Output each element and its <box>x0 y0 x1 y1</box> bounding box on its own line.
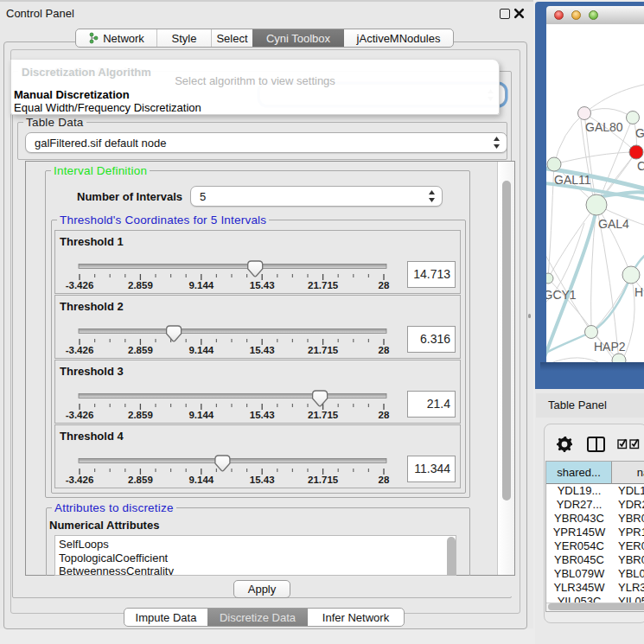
svg-text:28: 28 <box>379 410 390 420</box>
svg-text:28: 28 <box>379 280 390 290</box>
svg-text:2.859: 2.859 <box>128 280 153 290</box>
svg-text:9.144: 9.144 <box>188 345 214 355</box>
svg-text:28: 28 <box>379 345 390 355</box>
svg-text:2.859: 2.859 <box>128 475 153 485</box>
svg-text:15.43: 15.43 <box>250 475 275 485</box>
svg-text:-3.426: -3.426 <box>66 345 94 355</box>
svg-text:-3.426: -3.426 <box>66 280 94 290</box>
svg-text:21.715: 21.715 <box>308 475 339 485</box>
svg-text:21.715: 21.715 <box>308 280 339 290</box>
svg-text:GAL80: GAL80 <box>585 120 623 134</box>
svg-text:GAL11: GAL11 <box>554 173 591 187</box>
svg-text:H: H <box>634 285 643 299</box>
svg-text:-3.426: -3.426 <box>66 475 94 485</box>
svg-text:HAP2: HAP2 <box>594 340 626 354</box>
svg-text:9.144: 9.144 <box>188 475 214 485</box>
svg-text:GCY1: GCY1 <box>546 288 577 302</box>
svg-text:-3.426: -3.426 <box>66 410 94 420</box>
svg-text:9.144: 9.144 <box>188 410 214 420</box>
svg-text:28: 28 <box>379 475 390 485</box>
svg-text:15.43: 15.43 <box>250 345 275 355</box>
svg-text:GA: GA <box>635 126 644 140</box>
svg-text:21.715: 21.715 <box>308 345 339 355</box>
svg-text:21.715: 21.715 <box>308 410 339 420</box>
svg-text:2.859: 2.859 <box>128 410 153 420</box>
svg-text:9.144: 9.144 <box>188 280 214 290</box>
svg-text:CY: CY <box>637 159 644 173</box>
svg-text:GAL4: GAL4 <box>598 217 629 231</box>
svg-text:15.43: 15.43 <box>250 410 275 420</box>
svg-text:2.859: 2.859 <box>128 345 153 355</box>
svg-text:15.43: 15.43 <box>250 280 275 290</box>
